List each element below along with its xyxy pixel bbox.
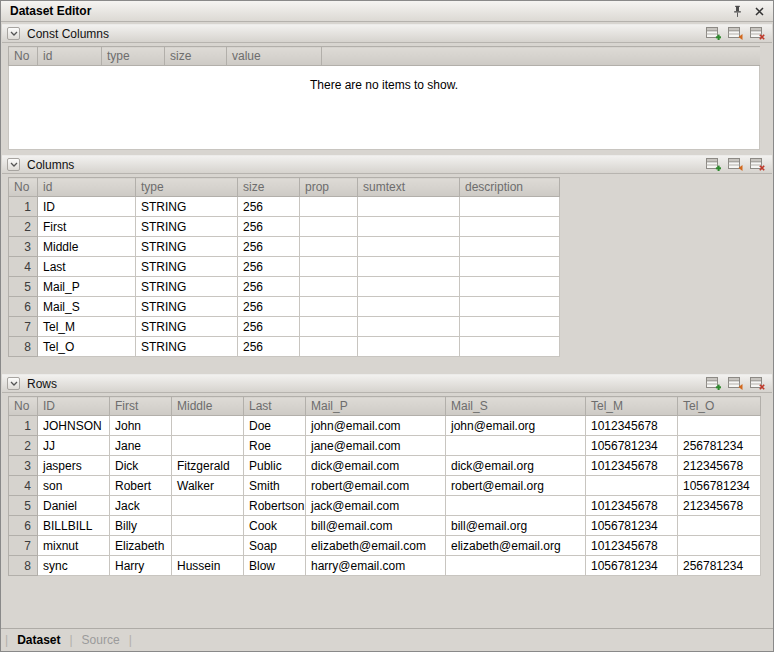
cell-prop[interactable] <box>300 197 358 217</box>
close-icon[interactable] <box>752 4 767 19</box>
cell-prop[interactable] <box>300 297 358 317</box>
table-row[interactable]: 1JOHNSONJohnDoejohn@email.comjohn@email.… <box>9 416 761 436</box>
cell-id[interactable]: Mail_P <box>38 277 136 297</box>
cell-mail_s[interactable] <box>446 436 586 456</box>
column-header-mail-p[interactable]: Mail_P <box>306 397 446 416</box>
cell-id[interactable]: son <box>38 476 110 496</box>
tab-source[interactable]: Source <box>80 633 122 647</box>
cell-type[interactable]: STRING <box>136 217 238 237</box>
cell-mail_p[interactable]: bill@email.com <box>306 516 446 536</box>
cell-no[interactable]: 8 <box>9 556 38 576</box>
delete-row-icon[interactable] <box>749 158 766 172</box>
cell-description[interactable] <box>460 277 560 297</box>
cell-id[interactable]: Mail_S <box>38 297 136 317</box>
cell-size[interactable]: 256 <box>238 337 300 357</box>
cell-tel_o[interactable]: 1056781234 <box>678 476 761 496</box>
cell-tel_o[interactable] <box>678 416 761 436</box>
cell-middle[interactable]: Hussein <box>172 556 244 576</box>
cell-id[interactable]: sync <box>38 556 110 576</box>
cell-type[interactable]: STRING <box>136 337 238 357</box>
column-header-no[interactable]: No <box>9 178 38 197</box>
cell-description[interactable] <box>460 317 560 337</box>
cell-last[interactable]: Doe <box>244 416 306 436</box>
table-row[interactable]: 7mixnutElizabethSoapelizabeth@email.come… <box>9 536 761 556</box>
cell-no[interactable]: 1 <box>9 197 38 217</box>
cell-mail_s[interactable]: robert@email.org <box>446 476 586 496</box>
cell-sumtext[interactable] <box>358 257 460 277</box>
cell-sumtext[interactable] <box>358 297 460 317</box>
cell-tel_m[interactable]: 1012345678 <box>586 416 678 436</box>
cell-size[interactable]: 256 <box>238 297 300 317</box>
cell-first[interactable]: Jack <box>110 496 172 516</box>
cell-middle[interactable] <box>172 416 244 436</box>
column-header-description[interactable]: description <box>460 178 560 197</box>
table-row[interactable]: 5DanielJackRobertsonjack@email.com101234… <box>9 496 761 516</box>
cell-tel_o[interactable] <box>678 516 761 536</box>
cell-description[interactable] <box>460 217 560 237</box>
cell-type[interactable]: STRING <box>136 297 238 317</box>
table-row[interactable]: 6BILLBILLBillyCookbill@email.combill@ema… <box>9 516 761 536</box>
cell-sumtext[interactable] <box>358 337 460 357</box>
cell-tel_m[interactable]: 1012345678 <box>586 496 678 516</box>
collapse-const-columns-icon[interactable] <box>7 27 20 40</box>
cell-size[interactable]: 256 <box>238 277 300 297</box>
table-row[interactable]: 6Mail_SSTRING256 <box>9 297 560 317</box>
cell-tel_o[interactable]: 212345678 <box>678 496 761 516</box>
table-row[interactable]: 3jaspersDickFitzgeraldPublicdick@email.c… <box>9 456 761 476</box>
cell-last[interactable]: Smith <box>244 476 306 496</box>
column-header-id[interactable]: id <box>38 178 136 197</box>
table-row[interactable]: 2FirstSTRING256 <box>9 217 560 237</box>
cell-no[interactable]: 8 <box>9 337 38 357</box>
column-header-no[interactable]: No <box>9 47 38 66</box>
cell-id[interactable]: JOHNSON <box>38 416 110 436</box>
column-header-type[interactable]: type <box>136 178 238 197</box>
insert-row-icon[interactable] <box>727 377 744 391</box>
column-header-middle[interactable]: Middle <box>172 397 244 416</box>
cell-first[interactable]: Dick <box>110 456 172 476</box>
column-header-no[interactable]: No <box>9 397 38 416</box>
cell-id[interactable]: Tel_O <box>38 337 136 357</box>
cell-sumtext[interactable] <box>358 217 460 237</box>
column-header-prop[interactable]: prop <box>300 178 358 197</box>
table-row[interactable]: 1IDSTRING256 <box>9 197 560 217</box>
table-row[interactable]: 8syncHarryHusseinBlowharry@email.com1056… <box>9 556 761 576</box>
cell-no[interactable]: 4 <box>9 476 38 496</box>
column-header-last[interactable]: Last <box>244 397 306 416</box>
collapse-rows-icon[interactable] <box>7 377 20 390</box>
table-row[interactable]: 4LastSTRING256 <box>9 257 560 277</box>
add-row-icon[interactable] <box>705 377 722 391</box>
cell-description[interactable] <box>460 257 560 277</box>
cell-sumtext[interactable] <box>358 277 460 297</box>
cell-mail_p[interactable]: robert@email.com <box>306 476 446 496</box>
collapse-columns-icon[interactable] <box>7 158 20 171</box>
cell-first[interactable]: Billy <box>110 516 172 536</box>
column-header-tel-o[interactable]: Tel_O <box>678 397 761 416</box>
cell-id[interactable]: Last <box>38 257 136 277</box>
cell-prop[interactable] <box>300 217 358 237</box>
cell-last[interactable]: Soap <box>244 536 306 556</box>
column-header-mail-s[interactable]: Mail_S <box>446 397 586 416</box>
table-row[interactable]: 8Tel_OSTRING256 <box>9 337 560 357</box>
add-row-icon[interactable] <box>705 27 722 41</box>
cell-id[interactable]: JJ <box>38 436 110 456</box>
column-header-sumtext[interactable]: sumtext <box>358 178 460 197</box>
cell-middle[interactable] <box>172 516 244 536</box>
cell-size[interactable]: 256 <box>238 197 300 217</box>
column-header-size[interactable]: size <box>238 178 300 197</box>
cell-size[interactable]: 256 <box>238 217 300 237</box>
cell-tel_m[interactable] <box>586 476 678 496</box>
insert-row-icon[interactable] <box>727 158 744 172</box>
cell-middle[interactable]: Walker <box>172 476 244 496</box>
cell-no[interactable]: 7 <box>9 317 38 337</box>
cell-mail_p[interactable]: john@email.com <box>306 416 446 436</box>
column-header-tel-m[interactable]: Tel_M <box>586 397 678 416</box>
cell-middle[interactable] <box>172 436 244 456</box>
cell-type[interactable]: STRING <box>136 197 238 217</box>
column-header-size[interactable]: size <box>165 47 227 66</box>
cell-mail_p[interactable]: elizabeth@email.com <box>306 536 446 556</box>
cell-tel_m[interactable]: 1012345678 <box>586 536 678 556</box>
cell-first[interactable]: John <box>110 416 172 436</box>
tab-dataset[interactable]: Dataset <box>15 633 62 647</box>
cell-type[interactable]: STRING <box>136 257 238 277</box>
cell-mail_s[interactable]: elizabeth@email.org <box>446 536 586 556</box>
